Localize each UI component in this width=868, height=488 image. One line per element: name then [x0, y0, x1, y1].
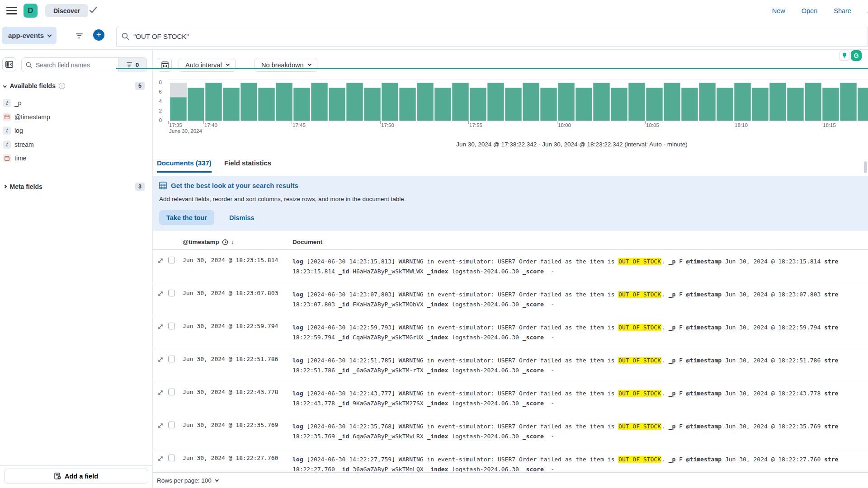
add-filter-button[interactable]: + [93, 29, 104, 41]
search-query-input[interactable]: "OUT OF STOCK" [116, 26, 868, 47]
row-checkbox[interactable] [168, 455, 175, 461]
field-item-stream[interactable]: tstream [0, 138, 153, 151]
histogram-bar[interactable] [188, 88, 204, 121]
row-checkbox[interactable] [168, 356, 175, 362]
histogram-bar[interactable] [699, 83, 716, 121]
data-view-selector[interactable]: app-events [2, 27, 57, 44]
table-row: Jun 30, 2024 @ 18:23:07.803 log [2024-06… [153, 284, 868, 317]
saved-check-icon [90, 7, 97, 13]
field-search-input[interactable]: Search field names 0 [21, 57, 147, 72]
available-fields-header[interactable]: Available fields i 5 [0, 79, 153, 93]
histogram-bar[interactable] [628, 83, 645, 121]
field-search-placeholder: Search field names [36, 61, 118, 69]
rows-per-page-button[interactable]: Rows per page: 100 [157, 477, 218, 484]
expand-row-icon[interactable] [157, 291, 164, 297]
histogram-bar[interactable] [470, 88, 486, 121]
chart-options-button[interactable] [158, 58, 172, 72]
open-button[interactable]: Open [802, 7, 817, 14]
expand-row-icon[interactable] [157, 389, 164, 396]
histogram-bar[interactable] [329, 88, 345, 121]
histogram-bar[interactable] [346, 83, 363, 121]
field-filter-count-button[interactable]: 0 [118, 58, 146, 72]
new-button[interactable]: New [772, 7, 785, 14]
histogram-bar[interactable] [858, 88, 868, 121]
row-timestamp: Jun 30, 2024 @ 18:22:27.760 [183, 455, 278, 461]
histogram-bar[interactable] [540, 88, 557, 121]
histogram-bar[interactable] [293, 88, 310, 121]
expand-row-icon[interactable] [157, 422, 164, 429]
expand-row-icon[interactable] [157, 258, 164, 264]
document-column-header[interactable]: Document [292, 239, 322, 245]
tab-field-statistics[interactable]: Field statistics [224, 159, 271, 173]
field-item-_p[interactable]: t_p [0, 96, 153, 110]
take-the-tour-button[interactable]: Take the tour [159, 210, 214, 225]
histogram-bar[interactable] [205, 83, 222, 121]
expand-row-icon[interactable] [157, 455, 164, 462]
row-document: log [2024-06-30 14:23:15,813] WARNING in… [292, 257, 868, 277]
expand-row-icon[interactable] [157, 357, 164, 363]
histogram-bar[interactable] [487, 83, 504, 121]
tab-documents[interactable]: Documents (337) [157, 159, 212, 173]
histogram-bar[interactable] [734, 83, 751, 121]
histogram-bar[interactable] [593, 83, 610, 121]
breakdown-dropdown[interactable]: No breakdown [255, 58, 317, 72]
histogram-bar[interactable] [822, 88, 839, 121]
histogram-bar[interactable] [382, 83, 398, 121]
app-logo[interactable]: D [24, 4, 38, 18]
breadcrumb[interactable]: Discover [45, 4, 88, 17]
histogram-bar[interactable] [611, 88, 627, 121]
histogram-bar[interactable] [311, 83, 328, 121]
document-table-body: Jun 30, 2024 @ 18:23:15.814 log [2024-06… [153, 250, 868, 472]
row-checkbox[interactable] [168, 290, 175, 296]
text-field-icon: t [3, 99, 11, 107]
histogram-bar[interactable] [258, 88, 275, 121]
histogram-bar[interactable] [769, 83, 786, 121]
histogram-bar[interactable] [787, 88, 804, 121]
histogram-plot[interactable] [167, 76, 868, 136]
collapse-sidebar-button[interactable] [2, 57, 16, 71]
histogram-bar[interactable] [558, 83, 575, 121]
row-checkbox[interactable] [168, 257, 175, 263]
row-checkbox[interactable] [168, 422, 175, 428]
histogram-bar[interactable] [170, 97, 187, 121]
menu-icon[interactable] [6, 7, 17, 14]
vertical-scrollbar[interactable] [864, 161, 867, 173]
interval-dropdown[interactable]: Auto interval [179, 58, 236, 72]
timestamp-column-header[interactable]: @timestamp ↓ [183, 239, 234, 245]
histogram-bar[interactable] [399, 88, 416, 121]
expand-row-icon[interactable] [157, 324, 164, 330]
grammarly-extension-icon[interactable]: G [851, 50, 862, 61]
table-row: Jun 30, 2024 @ 18:22:59.794 log [2024-06… [153, 317, 868, 350]
histogram-bar[interactable] [752, 88, 769, 121]
histogram-bar[interactable] [717, 88, 733, 121]
histogram-bar[interactable] [840, 83, 857, 121]
add-field-button[interactable]: Add a field [4, 469, 148, 483]
histogram-bar[interactable] [681, 88, 698, 121]
histogram-bar[interactable] [223, 88, 240, 121]
meta-fields-header[interactable]: Meta fields 3 [0, 180, 153, 193]
histogram-bar[interactable] [241, 83, 257, 121]
x-tick-label: 18:15 [823, 122, 836, 128]
field-item-timestamp[interactable]: @timestamp [0, 110, 153, 124]
histogram-bar[interactable] [364, 88, 381, 121]
lightbulb-extension-icon[interactable] [840, 51, 849, 61]
dismiss-button[interactable]: Dismiss [229, 214, 255, 221]
histogram-bar[interactable] [646, 88, 663, 121]
field-item-log[interactable]: tlog [0, 124, 153, 137]
row-checkbox[interactable] [168, 323, 175, 329]
histogram-bar[interactable] [805, 83, 821, 121]
histogram-bar[interactable] [523, 83, 539, 121]
field-name: time [14, 155, 26, 162]
filters-button[interactable] [72, 29, 86, 42]
row-checkbox[interactable] [168, 389, 175, 395]
field-item-time[interactable]: time [0, 151, 153, 165]
histogram-bar[interactable] [276, 83, 292, 121]
histogram-bar[interactable] [434, 88, 451, 121]
histogram-bar[interactable] [452, 83, 469, 121]
histogram-bar[interactable] [576, 88, 592, 121]
chevron-down-icon [215, 478, 219, 482]
share-button[interactable]: Share [834, 7, 851, 14]
histogram-bar[interactable] [417, 83, 434, 121]
histogram-bar[interactable] [505, 88, 522, 121]
histogram-bar[interactable] [664, 83, 680, 121]
